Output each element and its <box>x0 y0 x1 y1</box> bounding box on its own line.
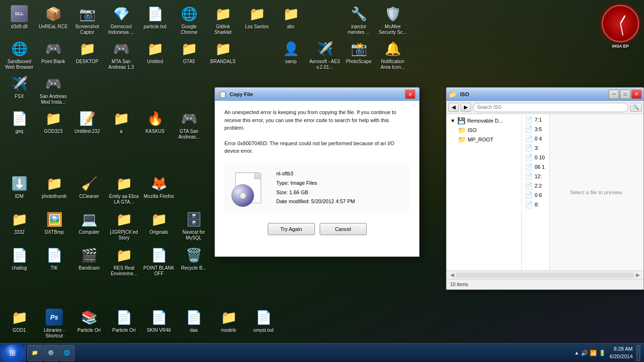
icon-computer[interactable]: 💻 Computer <box>72 208 106 243</box>
file-explorer-window: 📁 ISO ─ □ ✕ ◀ ▶ 🔍 ▼ 💾 Removable D... <box>446 87 644 290</box>
left-col-icons: ⬇️ IDM 📁 photothumb 🧹 CCleaner 📁 Emily a… <box>2 172 211 279</box>
list-item[interactable]: 📄2:2 <box>523 181 548 190</box>
list-item[interactable]: 📄0 4 <box>523 134 548 143</box>
icon-gta-sa-folder[interactable]: 🎮 GTA San Andreas... <box>172 107 206 142</box>
file-name: nl-sftb3 <box>276 169 355 179</box>
try-again-button[interactable]: Try Again <box>268 223 315 235</box>
list-item[interactable]: 📄0 6 <box>523 190 548 200</box>
tree-item-removable[interactable]: ▼ 💾 Removable D... <box>448 116 520 125</box>
icon-notification[interactable]: 🔔 Notification Area Icon... <box>376 37 410 72</box>
icon-3332[interactable]: 📁 3332 <box>2 208 36 243</box>
dialog-buttons: Try Again Cancel <box>224 223 410 235</box>
taskbar-item-task2[interactable]: ⚙️ <box>43 345 58 361</box>
cancel-button[interactable]: Cancel <box>320 223 367 235</box>
tray-arrow-icon[interactable]: ▲ <box>574 350 579 355</box>
tray-icons: ▲ 🔊 📶 🔋 <box>574 350 606 356</box>
icon-untitled232[interactable]: 📝 Untitled-232 <box>70 107 104 142</box>
icon-skin-vr46[interactable]: 📄 SKIN VR46 <box>142 306 176 341</box>
icon-bandicam[interactable]: 🎬 Bandicam <box>72 244 106 279</box>
icon-geq[interactable]: 📄 geq <box>2 107 36 142</box>
icon-god323[interactable]: 📁 GOD323 <box>36 107 70 142</box>
taskbar: ⊞ 📁 ⚙️ 🌐 ▲ 🔊 📶 🔋 8:28 AM 6/20/201 <box>0 343 644 362</box>
icon-gta5[interactable]: 📁 GTA5 <box>172 37 206 72</box>
icon-chrome[interactable]: 🌐 Google Chrome <box>172 2 206 37</box>
search-button[interactable]: 🔍 <box>630 103 642 112</box>
icon-jgrp[interactable]: 📁 [JGRP]CK'ed Story <box>107 208 141 243</box>
icon-originals[interactable]: 📁 Originals <box>142 208 176 243</box>
close-button[interactable]: ✕ <box>631 90 642 99</box>
icon-sa-mod[interactable]: 🎮 San Andreas Mod Insta... <box>36 72 70 107</box>
minimize-button[interactable]: ─ <box>609 90 619 99</box>
icon-navicat[interactable]: 🗄️ Navicat for MySQL <box>177 208 211 243</box>
icon-point-blank[interactable]: 🎮 Point Blank <box>36 37 70 72</box>
icon-models[interactable]: 📁 models <box>212 306 246 341</box>
list-item[interactable]: 📄3: <box>523 143 548 153</box>
icon-d3d9dll[interactable]: DLL d3d9.dll <box>2 2 36 37</box>
icon-god1[interactable]: 📁 GOD1 <box>2 306 36 341</box>
icon-point-blank-off[interactable]: 📄 POINT BLANK OFF <box>142 244 176 279</box>
icon-particle-ori[interactable]: 📄 Particle Ori <box>107 306 141 341</box>
list-item[interactable]: 📄06 1 <box>523 162 548 172</box>
list-item[interactable]: 📄7:1 <box>523 115 548 124</box>
icon-recycle[interactable]: 🗑️ Recycle B... <box>177 244 211 279</box>
dialog-window-controls: ✕ <box>405 90 415 99</box>
icon-untitled[interactable]: 📁 Untitled <box>138 37 172 72</box>
icon-omyst[interactable]: 📄 omyst.txd <box>247 306 281 341</box>
show-desktop-button[interactable] <box>636 345 640 361</box>
icon-screenshot-captor[interactable]: 📷 Screenshot Captor <box>70 2 104 37</box>
tray-battery-icon: 🔋 <box>599 350 606 356</box>
tray-network-icon: 📶 <box>590 350 597 356</box>
search-input[interactable] <box>473 103 628 112</box>
list-item[interactable]: 📄3:5 <box>523 124 548 134</box>
dialog-close-button[interactable]: ✕ <box>405 90 415 99</box>
icon-samp[interactable]: 👤 samp <box>274 37 308 72</box>
tree-item-iso[interactable]: 📁 ISO <box>448 125 520 135</box>
maximize-button[interactable]: □ <box>620 90 630 99</box>
icon-brandals[interactable]: 📁 BRANDALS <box>206 37 240 72</box>
list-item[interactable]: 📄8: <box>523 200 548 209</box>
icon-gitilink[interactable]: 📁 Gitilink Sharklet <box>206 2 240 37</box>
start-button[interactable]: ⊞ <box>0 344 25 362</box>
icon-abc[interactable]: 📁 abc <box>274 2 308 37</box>
icon-res[interactable]: 📁 RES Real Environme... <box>107 244 141 279</box>
list-item[interactable]: 📄0 10 <box>523 153 548 162</box>
icon-ccleaner[interactable]: 🧹 CCleaner <box>72 172 106 207</box>
icon-particle-txd[interactable]: 📄 particle.txd <box>138 2 172 37</box>
icon-photoshop-cs4[interactable]: Ps Libraries - Shortcut <box>37 306 71 341</box>
explorer-tree: ▼ 💾 Removable D... 📁 ISO 📁 MP_ROOT <box>446 114 522 271</box>
icon-sandboxed[interactable]: 🌐 Sandboxed Web Browser <box>2 37 36 72</box>
icon-dxtbmp[interactable]: 🖼️ DXTBmp <box>37 208 71 243</box>
bottom-row-icons: 📁 GOD1 Ps Libraries - Shortcut 📚 Particl… <box>2 306 281 341</box>
list-item[interactable]: 📄12: <box>523 172 548 181</box>
icon-mcafee[interactable]: 🛡️ McAfee Security Sc... <box>376 2 410 37</box>
icon-aerosoft[interactable]: ✈️ Aerosoft - AES v.2.01... <box>308 37 342 72</box>
folder-icon: 📁 <box>448 90 456 98</box>
back-button[interactable]: ◀ <box>448 103 459 112</box>
forward-button[interactable]: ▶ <box>461 103 471 112</box>
dialog-body: An unexpected error is keeping you from … <box>215 101 419 243</box>
icon-mta[interactable]: 🎮 MTA San Andreas 1.3 <box>104 37 138 72</box>
icon-tik[interactable]: 📄 TIK <box>37 244 71 279</box>
icon-libraries-shortcut[interactable]: 📚 Particle Ori <box>72 306 106 341</box>
icon-kaskus[interactable]: 🔥 KASKUS <box>138 107 172 142</box>
icon-los-santos[interactable]: 📁 Los Santos <box>240 2 274 37</box>
taskbar-item-browser[interactable]: 🌐 <box>59 345 74 361</box>
icon-gemscool[interactable]: 💎 Gemscool Indonesia ... <box>104 2 138 37</box>
icon-chatlog[interactable]: 📄 chatlog <box>2 244 36 279</box>
icon-emily[interactable]: 📁 Emily aa Eliza LA GTA... <box>107 172 141 207</box>
system-clock[interactable]: 8:28 AM 6/20/2014 <box>610 346 633 360</box>
icon-fsx[interactable]: ✈️ FSX <box>2 72 36 107</box>
icon-idm[interactable]: ⬇️ IDM <box>2 172 36 207</box>
scrollbar-track[interactable] <box>456 272 634 278</box>
icon-injector[interactable]: 🔧 injector mendes ... <box>342 2 376 37</box>
explorer-right-pane: 📄7:1 📄3:5 📄0 4 📄3: 📄0 10 📄06 1 📄12: 📄2:2… <box>522 114 644 271</box>
icon-unreal[interactable]: 📦 UnREaL RCE <box>36 2 70 37</box>
icon-daa[interactable]: 📄 daa <box>177 306 211 341</box>
tree-item-mproot[interactable]: 📁 MP_ROOT <box>448 135 520 144</box>
taskbar-item-explorer[interactable]: 📁 <box>27 345 42 361</box>
icon-photothumb[interactable]: 📁 photothumb <box>37 172 71 207</box>
icon-mozilla[interactable]: 🦊 Mozilla Firefox <box>142 172 176 207</box>
icon-photoscape[interactable]: 📸 PhotoScape <box>342 37 376 72</box>
icon-a[interactable]: 📁 a <box>104 107 138 142</box>
icon-desktop-folder[interactable]: 📁 DESKTOP <box>70 37 104 72</box>
